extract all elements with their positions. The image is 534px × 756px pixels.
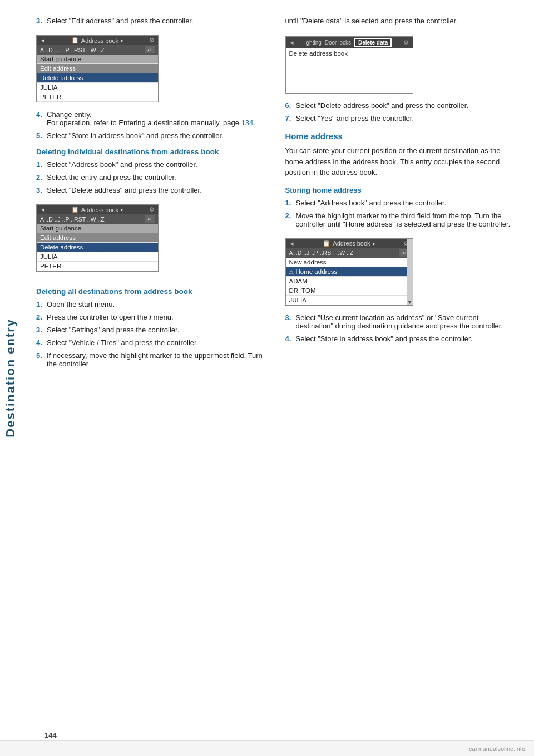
storing-home-address-heading: Storing home address [285, 186, 518, 194]
storing-step-2: 2. Move the highlight marker to the thir… [285, 212, 518, 228]
step-6-text: Select "Delete address book" and press t… [296, 101, 518, 110]
sidebar-label: Destination entry [0, 0, 21, 756]
section1-step-1: 1. Select "Address book" and press the c… [36, 160, 269, 169]
section2-step-2: 2. Press the controller to open the i me… [36, 313, 269, 321]
section2-step-4: 4. Select "Vehicle / Tires" and press th… [36, 338, 269, 347]
step-3-text: Select "Edit address" and press the cont… [47, 17, 269, 25]
section1-step-3: 3. Select "Delete address" and press the… [36, 186, 269, 194]
left-column: 3. Select "Edit address" and press the c… [36, 17, 269, 372]
address-book-widget-2: ◄ 📋 Address book ▸ ⚙ A ..D ..J ..P ..RST… [36, 199, 159, 279]
s2-step-2-num: 2. [36, 313, 44, 321]
step-7-num: 7. [285, 114, 293, 122]
storing-step-1-text: Select "Address book" and press the cont… [296, 199, 518, 207]
addr-title-1: Address book [81, 37, 118, 44]
addr-row-start-guidance-2: Start guidance [37, 224, 158, 233]
new-addr-alpha: A ..D ..J ..P ..RST ..W ..Z ↵ [286, 248, 413, 258]
sidebar-label-text: Destination entry [3, 318, 18, 438]
s2-step-2-text: Press the controller to open the i menu. [47, 313, 269, 321]
section2-cont: until "Delete data" is selected and pres… [285, 17, 518, 25]
new-addr-row-new: New address [286, 258, 413, 267]
step-6-num: 6. [285, 101, 293, 110]
scrollbar-right: ▼ [407, 239, 413, 305]
section2-step-3: 3. Select "Settings" and press the contr… [36, 326, 269, 334]
step-7-text: Select "Yes" and press the controller. [296, 114, 518, 122]
section2-step-1: 1. Open the start menu. [36, 300, 269, 308]
step-4-link[interactable]: 134 [241, 119, 254, 127]
s2-step-3-text: Select "Settings" and press the controll… [47, 326, 269, 334]
addr-row-julia-1: JULIA [37, 83, 158, 92]
s2-step-1-text: Open the start menu. [47, 300, 269, 308]
s1-step-2-text: Select the entry and press the controlle… [47, 173, 269, 181]
step-3-num: 3. [36, 17, 44, 25]
s1-step-2-num: 2. [36, 173, 44, 181]
s2-step-5-num: 5. [36, 351, 44, 368]
new-addr-row-julia: JULIA [286, 296, 413, 305]
step-7: 7. Select "Yes" and press the controller… [285, 114, 518, 122]
delete-body: Delete address book [286, 48, 413, 93]
right-column: until "Delete data" is selected and pres… [285, 17, 518, 372]
s1-step-3-num: 3. [36, 186, 44, 194]
step-4-text: Change entry. For operation, refer to En… [47, 110, 269, 127]
bottom-bar: carmanualsoline.info [0, 740, 534, 756]
addr-rows-2: Start guidance Edit address Delete addre… [37, 224, 158, 271]
home-address-description: You can store your current position or t… [285, 145, 518, 178]
storing-step-3-num: 3. [285, 313, 293, 330]
s1-step-3-text: Select "Delete address" and press the co… [47, 186, 269, 194]
new-addr-rows: New address △ Home address ADAM DR. TOM … [286, 258, 413, 305]
storing-step-2-num: 2. [285, 212, 293, 228]
addr-alpha-2: A ..D ..J ..P ..RST ..W ..Z ↵ [37, 214, 158, 224]
page-number: 144 [44, 731, 57, 739]
section1-step-2: 2. Select the entry and press the contro… [36, 173, 269, 181]
addr-rows-1: Start guidance Edit address Delete addre… [37, 55, 158, 102]
bottom-bar-text: carmanualsoline.info [469, 745, 525, 752]
scroll-down-icon: ▼ [407, 299, 413, 305]
delete-data-btn[interactable]: Delete data [354, 38, 392, 47]
addr-row-julia-2: JULIA [37, 252, 158, 262]
delete-addr-book-row: Delete address book [286, 48, 413, 61]
storing-step-4-text: Select "Store in address book" and press… [296, 335, 518, 343]
delete-titlebar: ◄ ghting Door locks Delete data ⚙ [286, 37, 413, 48]
s2-step-5-text: If necessary, move the highlight marker … [47, 351, 269, 368]
new-addr-row-dr-tom: DR. TOM [286, 286, 413, 296]
section-1-heading: Deleting individual destinations from ad… [36, 148, 269, 156]
step-4: 4. Change entry. For operation, refer to… [36, 110, 269, 127]
s2-step-4-text: Select "Vehicle / Tires" and press the c… [47, 338, 269, 347]
addr-row-edit-2: Edit address [37, 233, 158, 243]
addr-settings-icon-2: ⚙ [149, 206, 155, 213]
s2-step-1-num: 1. [36, 300, 44, 308]
s1-step-1-num: 1. [36, 160, 44, 169]
addr-alpha-1: A ..D ..J ..P ..RST ..W ..Z ↵ [37, 45, 158, 55]
new-addr-book-icon: 📋 [323, 240, 330, 247]
addr-row-edit-1: Edit address [37, 64, 158, 73]
delete-settings-icon: ⚙ [403, 39, 409, 46]
addr-title-2: Address book [81, 207, 118, 213]
storing-step-2-text: Move the highlight marker to the third f… [296, 212, 518, 228]
addr-titlebar-2: ◄ 📋 Address book ▸ ⚙ [37, 205, 158, 214]
addr-row-delete-2: Delete address [37, 243, 158, 252]
addr-row-peter-1: PETER [37, 92, 158, 102]
address-book-widget-1: ◄ 📋 Address book ▸ ⚙ A ..D ..J ..P ..RST… [36, 30, 159, 110]
step-3: 3. Select "Edit address" and press the c… [36, 17, 269, 25]
addr-row-start-guidance-1: Start guidance [37, 55, 158, 64]
step-5-text: Select "Store in address book" and press… [47, 131, 269, 140]
addr-row-delete-1: Delete address [37, 73, 158, 83]
section2-step-5: 5. If necessary, move the highlight mark… [36, 351, 269, 368]
step-5-num: 5. [36, 131, 44, 140]
storing-step-4-num: 4. [285, 335, 293, 343]
step-4-num: 4. [36, 110, 44, 127]
s2-step-4-num: 4. [36, 338, 44, 347]
addr-row-peter-2: PETER [37, 262, 158, 271]
new-address-widget: ◄ 📋 Address book ▸ ⚙ A ..D ..J ..P ..RST… [285, 233, 413, 313]
step-6: 6. Select "Delete address book" and pres… [285, 101, 518, 110]
home-icon: △ [289, 268, 294, 274]
addr-titlebar-1: ◄ 📋 Address book ▸ ⚙ [37, 36, 158, 45]
storing-step-3: 3. Select "Use current location as addre… [285, 313, 518, 330]
new-addr-titlebar: ◄ 📋 Address book ▸ ⚙ [286, 239, 413, 248]
step-5: 5. Select "Store in address book" and pr… [36, 131, 269, 140]
storing-step-1: 1. Select "Address book" and press the c… [285, 199, 518, 207]
s1-step-1-text: Select "Address book" and press the cont… [47, 160, 269, 169]
address-book-icon-1: 📋 [71, 37, 79, 44]
home-address-heading: Home address [285, 131, 518, 141]
storing-step-4: 4. Select "Store in address book" and pr… [285, 335, 518, 343]
storing-step-3-text: Select "Use current location as address"… [296, 313, 518, 330]
